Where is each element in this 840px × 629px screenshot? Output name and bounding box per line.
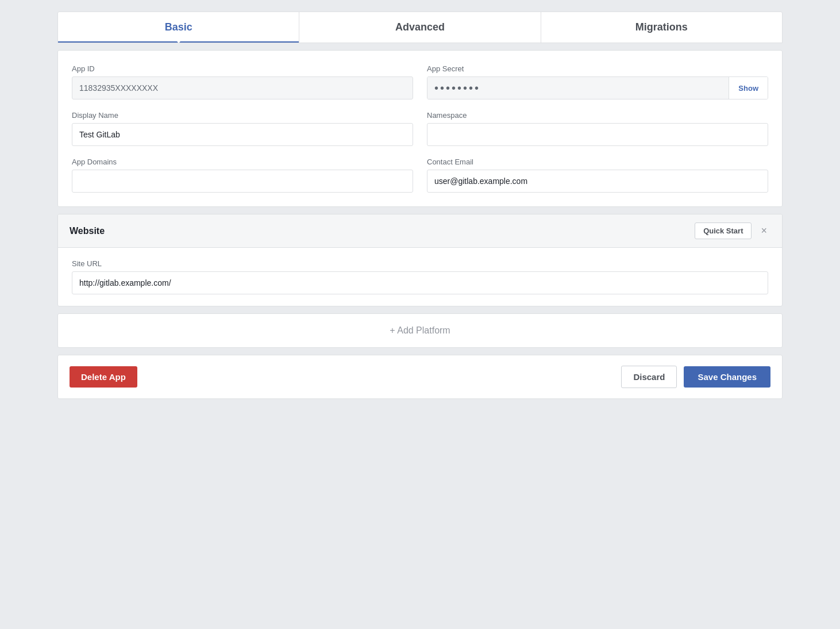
tab-basic-label: Basic: [165, 21, 192, 33]
app-id-label: App ID: [72, 64, 413, 73]
form-row-2: Display Name Namespace: [72, 111, 768, 146]
tab-migrations-label: Migrations: [635, 21, 688, 33]
website-header: Website Quick Start ×: [58, 214, 782, 248]
delete-app-button[interactable]: Delete App: [70, 366, 137, 388]
tabs-bar: Basic Advanced Migrations: [57, 11, 783, 43]
website-card: Website Quick Start × Site URL: [57, 214, 783, 306]
app-secret-wrapper: Show: [427, 76, 768, 99]
contact-email-group: Contact Email: [427, 158, 768, 193]
add-platform-label: + Add Platform: [390, 325, 450, 335]
contact-email-label: Contact Email: [427, 158, 768, 166]
save-changes-button[interactable]: Save Changes: [684, 366, 770, 388]
namespace-group: Namespace: [427, 111, 768, 146]
app-secret-group: App Secret Show: [427, 64, 768, 99]
tab-basic[interactable]: Basic: [58, 12, 299, 43]
display-name-input[interactable]: [72, 123, 413, 146]
site-url-group: Site URL: [72, 259, 768, 294]
tab-migrations[interactable]: Migrations: [541, 12, 782, 43]
discard-button[interactable]: Discard: [621, 366, 677, 388]
show-secret-button[interactable]: Show: [729, 77, 768, 99]
website-title: Website: [70, 226, 105, 236]
app-domains-label: App Domains: [72, 158, 413, 166]
form-row-1: App ID App Secret Show: [72, 64, 768, 99]
close-icon[interactable]: ×: [757, 224, 770, 238]
app-secret-label: App Secret: [427, 64, 768, 73]
website-actions: Quick Start ×: [695, 223, 770, 239]
app-domains-input[interactable]: [72, 170, 413, 193]
app-secret-input[interactable]: [427, 77, 729, 99]
website-body: Site URL: [58, 248, 782, 306]
contact-email-input[interactable]: [427, 170, 768, 193]
app-id-group: App ID: [72, 64, 413, 99]
tab-advanced[interactable]: Advanced: [299, 12, 541, 43]
footer-right: Discard Save Changes: [621, 366, 770, 388]
basic-form-card: App ID App Secret Show Display Name: [57, 50, 783, 207]
add-platform-card[interactable]: + Add Platform: [57, 313, 783, 348]
footer-bar: Delete App Discard Save Changes: [57, 355, 783, 399]
site-url-label: Site URL: [72, 259, 768, 268]
display-name-label: Display Name: [72, 111, 413, 120]
display-name-group: Display Name: [72, 111, 413, 146]
namespace-input[interactable]: [427, 123, 768, 146]
app-id-input[interactable]: [72, 76, 413, 99]
form-row-3: App Domains Contact Email: [72, 158, 768, 193]
tab-advanced-label: Advanced: [395, 21, 445, 33]
quick-start-button[interactable]: Quick Start: [695, 223, 752, 239]
namespace-label: Namespace: [427, 111, 768, 120]
app-domains-group: App Domains: [72, 158, 413, 193]
site-url-input[interactable]: [72, 271, 768, 294]
